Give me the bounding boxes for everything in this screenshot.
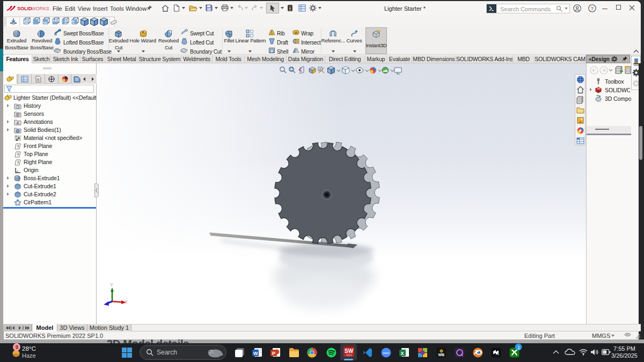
svg-text:B: B bbox=[37, 78, 40, 82]
svg-text:2022: 2022 bbox=[346, 353, 352, 357]
svg-text:WB: WB bbox=[438, 353, 445, 357]
svg-text:1: 1 bbox=[16, 344, 18, 350]
svg-text:P: P bbox=[272, 351, 275, 356]
svg-text:WORKS: WORKS bbox=[31, 6, 49, 11]
svg-text:SOLID: SOLID bbox=[17, 6, 32, 11]
svg-text:ab: ab bbox=[295, 31, 298, 34]
svg-text:?: ? bbox=[591, 6, 594, 11]
svg-text:zoom: zoom bbox=[383, 351, 389, 354]
svg-text:SW: SW bbox=[597, 87, 601, 90]
svg-text:1: 1 bbox=[517, 345, 520, 350]
svg-text:X: X bbox=[401, 351, 404, 356]
svg-text:Y: Y bbox=[110, 282, 113, 287]
svg-text:X: X bbox=[125, 299, 128, 305]
svg-text:A: A bbox=[17, 121, 19, 125]
svg-text:W: W bbox=[253, 351, 258, 356]
